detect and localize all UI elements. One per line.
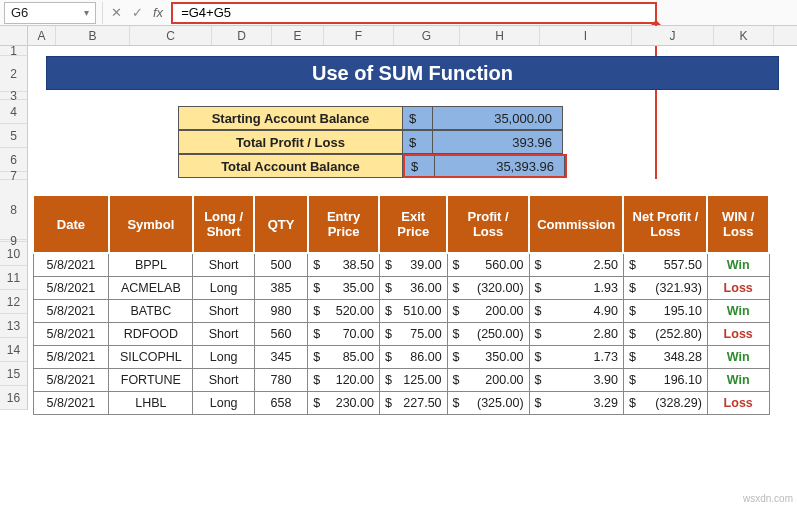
- cell-win-loss[interactable]: Loss: [707, 391, 769, 414]
- cell-long-short[interactable]: Short: [193, 253, 255, 276]
- row-header-2[interactable]: 2: [0, 56, 28, 92]
- row-header-1[interactable]: 1: [0, 46, 28, 56]
- formula-input[interactable]: [179, 4, 649, 21]
- cell-entry-price[interactable]: $120.00: [308, 368, 380, 391]
- cell-long-short[interactable]: Short: [193, 299, 255, 322]
- cell-win-loss[interactable]: Win: [707, 253, 769, 276]
- cell-commission[interactable]: $1.93: [529, 276, 623, 299]
- cell-date[interactable]: 5/8/2021: [33, 345, 109, 368]
- cell-qty[interactable]: 560: [254, 322, 307, 345]
- cell-exit-price[interactable]: $510.00: [379, 299, 447, 322]
- cell-symbol[interactable]: BATBC: [109, 299, 193, 322]
- cell-exit-price[interactable]: $39.00: [379, 253, 447, 276]
- column-header-I[interactable]: I: [540, 26, 632, 45]
- cell-entry-price[interactable]: $520.00: [308, 299, 380, 322]
- row-header-13[interactable]: 13: [0, 314, 28, 338]
- cell-net-profit-loss[interactable]: $252.80: [623, 322, 707, 345]
- cell-symbol[interactable]: BPPL: [109, 253, 193, 276]
- cell-entry-price[interactable]: $35.00: [308, 276, 380, 299]
- cell-win-loss[interactable]: Win: [707, 345, 769, 368]
- cell-profit-loss[interactable]: $325.00: [447, 391, 529, 414]
- cell-qty[interactable]: 658: [254, 391, 307, 414]
- cell-profit-loss[interactable]: $200.00: [447, 299, 529, 322]
- row-header-15[interactable]: 15: [0, 362, 28, 386]
- column-header-F[interactable]: F: [324, 26, 394, 45]
- cell-date[interactable]: 5/8/2021: [33, 322, 109, 345]
- cell-date[interactable]: 5/8/2021: [33, 391, 109, 414]
- cell-exit-price[interactable]: $125.00: [379, 368, 447, 391]
- row-header-12[interactable]: 12: [0, 290, 28, 314]
- row-header-16[interactable]: 16: [0, 386, 28, 410]
- cell-entry-price[interactable]: $230.00: [308, 391, 380, 414]
- cell-profit-loss[interactable]: $200.00: [447, 368, 529, 391]
- cell-qty[interactable]: 780: [254, 368, 307, 391]
- cell-qty[interactable]: 500: [254, 253, 307, 276]
- column-header-G[interactable]: G: [394, 26, 460, 45]
- enter-icon[interactable]: ✓: [132, 5, 143, 20]
- row-header-14[interactable]: 14: [0, 338, 28, 362]
- cell-profit-loss[interactable]: $350.00: [447, 345, 529, 368]
- cell-date[interactable]: 5/8/2021: [33, 276, 109, 299]
- cell-net-profit-loss[interactable]: $195.10: [623, 299, 707, 322]
- cell-exit-price[interactable]: $227.50: [379, 391, 447, 414]
- column-header-C[interactable]: C: [130, 26, 212, 45]
- cell-commission[interactable]: $3.29: [529, 391, 623, 414]
- cell-long-short[interactable]: Short: [193, 368, 255, 391]
- cell-qty[interactable]: 345: [254, 345, 307, 368]
- cell-symbol[interactable]: SILCOPHL: [109, 345, 193, 368]
- select-all-corner[interactable]: [0, 26, 28, 45]
- cell-net-profit-loss[interactable]: $557.50: [623, 253, 707, 276]
- row-header-5[interactable]: 5: [0, 124, 28, 148]
- row-header-7[interactable]: 7: [0, 172, 28, 180]
- cell-symbol[interactable]: RDFOOD: [109, 322, 193, 345]
- fx-icon[interactable]: fx: [153, 5, 163, 20]
- cell-commission[interactable]: $2.80: [529, 322, 623, 345]
- column-header-B[interactable]: B: [56, 26, 130, 45]
- cell-symbol[interactable]: LHBL: [109, 391, 193, 414]
- cell-long-short[interactable]: Long: [193, 276, 255, 299]
- column-header-H[interactable]: H: [460, 26, 540, 45]
- cell-net-profit-loss[interactable]: $196.10: [623, 368, 707, 391]
- row-header-11[interactable]: 11: [0, 266, 28, 290]
- selected-cell-highlight[interactable]: $ 35,393.96: [403, 154, 567, 178]
- column-header-K[interactable]: K: [714, 26, 774, 45]
- row-header-8[interactable]: 8: [0, 180, 28, 240]
- row-header-3[interactable]: 3: [0, 92, 28, 100]
- cell-net-profit-loss[interactable]: $328.29: [623, 391, 707, 414]
- cell-commission[interactable]: $4.90: [529, 299, 623, 322]
- cell-entry-price[interactable]: $38.50: [308, 253, 380, 276]
- cell-entry-price[interactable]: $85.00: [308, 345, 380, 368]
- cell-long-short[interactable]: Short: [193, 322, 255, 345]
- cell-win-loss[interactable]: Loss: [707, 322, 769, 345]
- column-header-D[interactable]: D: [212, 26, 272, 45]
- cell-qty[interactable]: 980: [254, 299, 307, 322]
- column-header-A[interactable]: A: [28, 26, 56, 45]
- cell-date[interactable]: 5/8/2021: [33, 253, 109, 276]
- row-header-4[interactable]: 4: [0, 100, 28, 124]
- cell-date[interactable]: 5/8/2021: [33, 299, 109, 322]
- row-header-10[interactable]: 10: [0, 242, 28, 266]
- cell-date[interactable]: 5/8/2021: [33, 368, 109, 391]
- cell-long-short[interactable]: Long: [193, 391, 255, 414]
- cell-commission[interactable]: $2.50: [529, 253, 623, 276]
- cell-exit-price[interactable]: $36.00: [379, 276, 447, 299]
- cell-exit-price[interactable]: $75.00: [379, 322, 447, 345]
- name-box[interactable]: G6 ▾: [4, 2, 96, 24]
- cancel-icon[interactable]: ✕: [111, 5, 122, 20]
- cell-net-profit-loss[interactable]: $321.93: [623, 276, 707, 299]
- cell-qty[interactable]: 385: [254, 276, 307, 299]
- dropdown-icon[interactable]: ▾: [84, 7, 89, 18]
- cell-commission[interactable]: $3.90: [529, 368, 623, 391]
- cell-entry-price[interactable]: $70.00: [308, 322, 380, 345]
- cell-commission[interactable]: $1.73: [529, 345, 623, 368]
- cell-win-loss[interactable]: Win: [707, 368, 769, 391]
- cell-profit-loss[interactable]: $560.00: [447, 253, 529, 276]
- column-header-E[interactable]: E: [272, 26, 324, 45]
- cell-win-loss[interactable]: Win: [707, 299, 769, 322]
- cell-net-profit-loss[interactable]: $348.28: [623, 345, 707, 368]
- column-header-J[interactable]: J: [632, 26, 714, 45]
- cell-profit-loss[interactable]: $320.00: [447, 276, 529, 299]
- cell-win-loss[interactable]: Loss: [707, 276, 769, 299]
- cell-exit-price[interactable]: $86.00: [379, 345, 447, 368]
- cell-symbol[interactable]: FORTUNE: [109, 368, 193, 391]
